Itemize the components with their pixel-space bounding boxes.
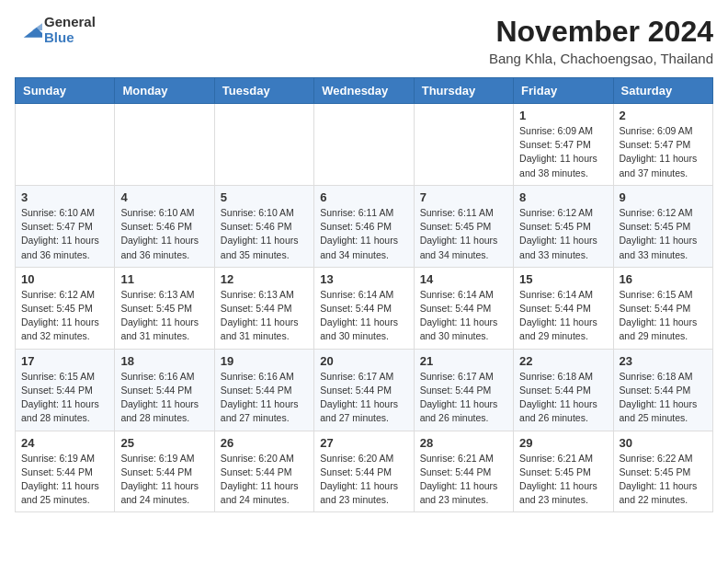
day-info: Sunrise: 6:19 AM Sunset: 5:44 PM Dayligh… (120, 452, 208, 508)
weekday-header-row: SundayMondayTuesdayWednesdayThursdayFrid… (16, 78, 713, 104)
day-number: 23 (620, 354, 707, 368)
calendar-cell: 4Sunrise: 6:10 AM Sunset: 5:46 PM Daylig… (115, 185, 214, 267)
calendar-cell: 26Sunrise: 6:20 AM Sunset: 5:44 PM Dayli… (214, 431, 313, 512)
day-info: Sunrise: 6:14 AM Sunset: 5:44 PM Dayligh… (519, 288, 607, 344)
calendar-cell (314, 104, 414, 186)
calendar-table: SundayMondayTuesdayWednesdayThursdayFrid… (15, 77, 713, 512)
day-info: Sunrise: 6:18 AM Sunset: 5:44 PM Dayligh… (620, 370, 707, 426)
day-info: Sunrise: 6:18 AM Sunset: 5:44 PM Dayligh… (519, 370, 607, 426)
calendar-cell: 7Sunrise: 6:11 AM Sunset: 5:45 PM Daylig… (414, 185, 513, 267)
weekday-label: Thursday (414, 78, 513, 104)
day-info: Sunrise: 6:17 AM Sunset: 5:44 PM Dayligh… (420, 370, 507, 426)
day-info: Sunrise: 6:14 AM Sunset: 5:44 PM Dayligh… (420, 288, 507, 344)
calendar-cell (115, 104, 214, 186)
weekday-label: Saturday (613, 78, 712, 104)
calendar-cell: 28Sunrise: 6:21 AM Sunset: 5:44 PM Dayli… (414, 431, 513, 512)
calendar-cell: 14Sunrise: 6:14 AM Sunset: 5:44 PM Dayli… (414, 267, 513, 349)
day-number: 4 (120, 190, 208, 204)
day-number: 28 (420, 436, 507, 450)
day-number: 17 (21, 354, 108, 368)
day-number: 10 (21, 272, 108, 286)
weekday-label: Monday (115, 78, 214, 104)
day-info: Sunrise: 6:11 AM Sunset: 5:46 PM Dayligh… (320, 206, 407, 262)
day-info: Sunrise: 6:13 AM Sunset: 5:45 PM Dayligh… (120, 288, 208, 344)
day-info: Sunrise: 6:16 AM Sunset: 5:44 PM Dayligh… (221, 370, 308, 426)
calendar-cell: 18Sunrise: 6:16 AM Sunset: 5:44 PM Dayli… (115, 349, 214, 431)
day-info: Sunrise: 6:15 AM Sunset: 5:44 PM Dayligh… (620, 288, 707, 344)
calendar-cell: 29Sunrise: 6:21 AM Sunset: 5:45 PM Dayli… (514, 431, 613, 512)
day-info: Sunrise: 6:10 AM Sunset: 5:47 PM Dayligh… (21, 206, 108, 262)
calendar-cell: 25Sunrise: 6:19 AM Sunset: 5:44 PM Dayli… (115, 431, 214, 512)
page-subtitle: Bang Khla, Chachoengsao, Thailand (489, 51, 713, 66)
day-number: 1 (519, 109, 607, 122)
calendar-cell: 10Sunrise: 6:12 AM Sunset: 5:45 PM Dayli… (16, 267, 115, 349)
day-number: 2 (620, 109, 707, 122)
day-number: 3 (21, 190, 108, 204)
day-number: 24 (21, 436, 108, 450)
page-title: November 2024 (489, 15, 713, 49)
calendar-week-row: 3Sunrise: 6:10 AM Sunset: 5:47 PM Daylig… (16, 185, 713, 267)
calendar-cell: 13Sunrise: 6:14 AM Sunset: 5:44 PM Dayli… (314, 267, 414, 349)
logo: General Blue (15, 15, 96, 45)
day-number: 7 (420, 190, 507, 204)
day-info: Sunrise: 6:19 AM Sunset: 5:44 PM Dayligh… (21, 452, 108, 508)
calendar-cell: 23Sunrise: 6:18 AM Sunset: 5:44 PM Dayli… (613, 349, 712, 431)
day-info: Sunrise: 6:20 AM Sunset: 5:44 PM Dayligh… (320, 452, 407, 508)
day-number: 22 (519, 354, 607, 368)
calendar-cell (16, 104, 115, 186)
day-info: Sunrise: 6:17 AM Sunset: 5:44 PM Dayligh… (320, 370, 407, 426)
calendar-cell: 5Sunrise: 6:10 AM Sunset: 5:46 PM Daylig… (214, 185, 313, 267)
day-number: 5 (221, 190, 308, 204)
day-info: Sunrise: 6:22 AM Sunset: 5:45 PM Dayligh… (620, 452, 707, 508)
calendar-week-row: 24Sunrise: 6:19 AM Sunset: 5:44 PM Dayli… (16, 431, 713, 512)
day-info: Sunrise: 6:15 AM Sunset: 5:44 PM Dayligh… (21, 370, 108, 426)
calendar-cell: 16Sunrise: 6:15 AM Sunset: 5:44 PM Dayli… (613, 267, 712, 349)
calendar-week-row: 10Sunrise: 6:12 AM Sunset: 5:45 PM Dayli… (16, 267, 713, 349)
calendar-cell: 22Sunrise: 6:18 AM Sunset: 5:44 PM Dayli… (514, 349, 613, 431)
day-number: 30 (620, 436, 707, 450)
calendar-cell: 6Sunrise: 6:11 AM Sunset: 5:46 PM Daylig… (314, 185, 414, 267)
calendar-cell: 27Sunrise: 6:20 AM Sunset: 5:44 PM Dayli… (314, 431, 414, 512)
logo-icon (17, 17, 42, 43)
day-number: 25 (120, 436, 208, 450)
calendar-cell (214, 104, 313, 186)
calendar-cell: 17Sunrise: 6:15 AM Sunset: 5:44 PM Dayli… (16, 349, 115, 431)
day-number: 14 (420, 272, 507, 286)
day-number: 29 (519, 436, 607, 450)
day-info: Sunrise: 6:21 AM Sunset: 5:45 PM Dayligh… (519, 452, 607, 508)
day-number: 15 (519, 272, 607, 286)
calendar-cell (414, 104, 513, 186)
calendar-body: 1Sunrise: 6:09 AM Sunset: 5:47 PM Daylig… (16, 104, 713, 512)
calendar-cell: 3Sunrise: 6:10 AM Sunset: 5:47 PM Daylig… (16, 185, 115, 267)
svg-marker-1 (32, 23, 42, 30)
calendar-week-row: 1Sunrise: 6:09 AM Sunset: 5:47 PM Daylig… (16, 104, 713, 186)
calendar-cell: 30Sunrise: 6:22 AM Sunset: 5:45 PM Dayli… (613, 431, 712, 512)
day-number: 8 (519, 190, 607, 204)
day-number: 20 (320, 354, 407, 368)
day-info: Sunrise: 6:20 AM Sunset: 5:44 PM Dayligh… (221, 452, 308, 508)
day-number: 6 (320, 190, 407, 204)
weekday-label: Wednesday (314, 78, 414, 104)
day-info: Sunrise: 6:10 AM Sunset: 5:46 PM Dayligh… (221, 206, 308, 262)
day-number: 16 (620, 272, 707, 286)
calendar-cell: 19Sunrise: 6:16 AM Sunset: 5:44 PM Dayli… (214, 349, 313, 431)
logo-blue: Blue (44, 30, 96, 46)
day-number: 12 (221, 272, 308, 286)
day-info: Sunrise: 6:12 AM Sunset: 5:45 PM Dayligh… (519, 206, 607, 262)
day-number: 27 (320, 436, 407, 450)
logo-general: General (44, 15, 96, 30)
calendar-cell: 9Sunrise: 6:12 AM Sunset: 5:45 PM Daylig… (613, 185, 712, 267)
weekday-label: Sunday (16, 78, 115, 104)
calendar-cell: 20Sunrise: 6:17 AM Sunset: 5:44 PM Dayli… (314, 349, 414, 431)
calendar-cell: 8Sunrise: 6:12 AM Sunset: 5:45 PM Daylig… (514, 185, 613, 267)
calendar-cell: 2Sunrise: 6:09 AM Sunset: 5:47 PM Daylig… (613, 104, 712, 186)
day-info: Sunrise: 6:09 AM Sunset: 5:47 PM Dayligh… (519, 124, 607, 180)
page-header: General Blue November 2024 Bang Khla, Ch… (15, 15, 713, 66)
calendar-cell: 21Sunrise: 6:17 AM Sunset: 5:44 PM Dayli… (414, 349, 513, 431)
day-number: 19 (221, 354, 308, 368)
day-info: Sunrise: 6:09 AM Sunset: 5:47 PM Dayligh… (620, 124, 707, 180)
day-info: Sunrise: 6:21 AM Sunset: 5:44 PM Dayligh… (420, 452, 507, 508)
day-number: 11 (120, 272, 208, 286)
weekday-label: Friday (514, 78, 613, 104)
calendar-cell: 15Sunrise: 6:14 AM Sunset: 5:44 PM Dayli… (514, 267, 613, 349)
